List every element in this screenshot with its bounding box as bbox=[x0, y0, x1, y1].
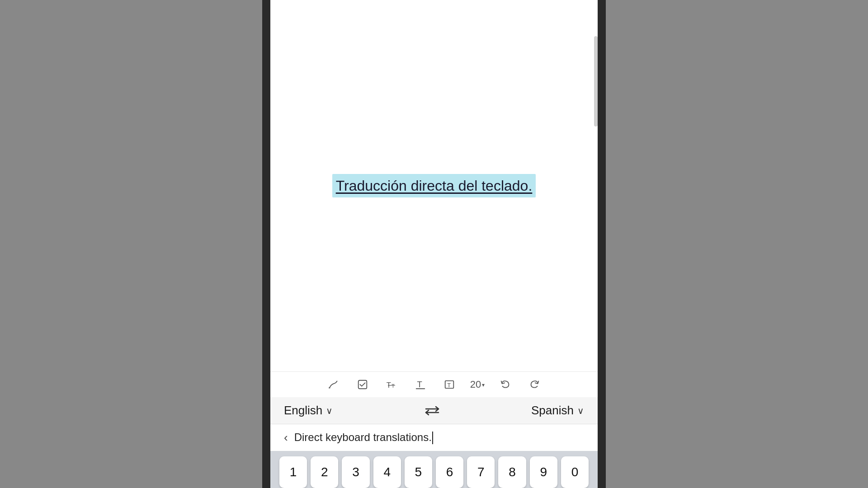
handwriting-icon[interactable] bbox=[326, 376, 342, 393]
swap-languages-button[interactable] bbox=[424, 404, 440, 417]
target-language-selector[interactable]: Spanish ∨ bbox=[531, 404, 584, 418]
redo-icon[interactable] bbox=[526, 376, 542, 393]
key-3[interactable]: 3 bbox=[342, 456, 369, 488]
source-language-selector[interactable]: English ∨ bbox=[284, 404, 333, 418]
font-size-value: 20 bbox=[470, 379, 481, 390]
keyboard: 1234567890 bbox=[270, 451, 598, 488]
text-cursor bbox=[432, 432, 433, 444]
key-9[interactable]: 9 bbox=[530, 456, 557, 488]
translation-bar: English ∨ Spanish ∨ bbox=[270, 397, 598, 424]
svg-text:T: T bbox=[392, 383, 395, 389]
key-5[interactable]: 5 bbox=[405, 456, 432, 488]
key-2[interactable]: 2 bbox=[311, 456, 338, 488]
key-8[interactable]: 8 bbox=[498, 456, 526, 488]
target-language-label: Spanish bbox=[531, 404, 574, 418]
undo-icon[interactable] bbox=[497, 376, 514, 393]
key-1[interactable]: 1 bbox=[279, 456, 307, 488]
input-text-value: Direct keyboard translations. bbox=[294, 431, 432, 443]
source-language-label: English bbox=[284, 404, 322, 418]
key-4[interactable]: 4 bbox=[373, 456, 401, 488]
document-area: Traducción directa del teclado. bbox=[270, 0, 598, 371]
text-size-icon[interactable]: T T bbox=[383, 376, 400, 393]
source-language-chevron: ∨ bbox=[326, 405, 333, 416]
number-row: 1234567890 bbox=[279, 456, 589, 488]
key-6[interactable]: 6 bbox=[436, 456, 463, 488]
key-7[interactable]: 7 bbox=[467, 456, 495, 488]
font-size-chevron: ▾ bbox=[482, 382, 485, 388]
text-underline-icon[interactable]: T bbox=[412, 376, 429, 393]
svg-text:T: T bbox=[447, 382, 451, 389]
input-bar: ‹ Direct keyboard translations. bbox=[270, 424, 598, 451]
input-text[interactable]: Direct keyboard translations. bbox=[294, 431, 584, 445]
text-box-icon[interactable]: T bbox=[441, 376, 458, 393]
key-0[interactable]: 0 bbox=[561, 456, 589, 488]
toolbar: T T T T 20 ▾ bbox=[270, 371, 598, 397]
target-language-chevron: ∨ bbox=[577, 405, 584, 416]
back-arrow-button[interactable]: ‹ bbox=[284, 431, 288, 445]
checkbox-icon[interactable] bbox=[354, 376, 371, 393]
svg-text:T: T bbox=[417, 380, 422, 389]
font-size-selector[interactable]: 20 ▾ bbox=[470, 379, 485, 390]
translated-text: Traducción directa del teclado. bbox=[332, 174, 536, 198]
